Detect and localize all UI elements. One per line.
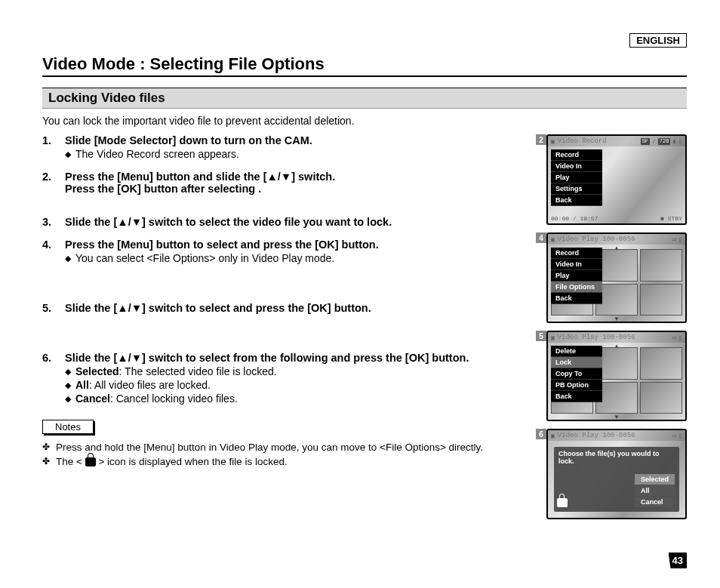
lock-icon: [557, 498, 568, 507]
menu-item: Video In: [551, 259, 602, 270]
screen6-dialog: Choose the file(s) you would to lock. Se…: [554, 447, 679, 512]
figure-6: 6 ▣ Video Play 100-0056 ▭▯ Choose the fi…: [546, 429, 687, 519]
figure-badge-4: 4: [536, 232, 546, 243]
step-head: Slide the [▲/▼] switch to select the vid…: [65, 216, 525, 228]
card-icon: ▭: [672, 334, 676, 341]
screen2-topbar: ▣ Video Record SF / 720 ▮ ▯: [548, 136, 685, 146]
slash: /: [652, 138, 656, 145]
step-1: Slide [Mode Selector] down to turn on th…: [42, 134, 525, 160]
menu-item: Back: [551, 195, 602, 206]
dialog-option: All: [635, 485, 675, 496]
menu-item: Record: [551, 149, 602, 161]
screen4-menu: RecordVideo InPlayFile OptionsBack: [551, 248, 602, 304]
battery-icon: ▯: [678, 334, 682, 341]
menu-item: Back: [551, 391, 602, 402]
figure-2: 2 ▣ Video Record SF / 720 ▮ ▯ RecordVide…: [546, 134, 687, 225]
notes-list: Press and hold the [Menu] button in Vide…: [42, 442, 525, 467]
notes-heading: Notes: [42, 420, 94, 434]
sf-badge: SF: [641, 138, 650, 145]
dialog-text: Choose the file(s) you would to lock.: [558, 450, 675, 465]
figure-4: 4 ▣ Video Play 100-0056 ▭▯ ▲ RecordVideo…: [546, 232, 687, 323]
signal-icon: ▮: [672, 138, 676, 145]
steps-list: Slide [Mode Selector] down to turn on th…: [42, 134, 525, 405]
screen2-status: STBY: [668, 215, 682, 222]
dialog-option: Cancel: [635, 497, 675, 507]
step-head: Slide the [▲/▼] switch to select from th…: [65, 352, 525, 364]
step-sub: All: All video files are locked.: [65, 379, 525, 391]
step-sub: You can select <File Options> only in Vi…: [65, 252, 525, 264]
figure-5: 5 ▣ Video Play 100-0056 ▭▯ ▲ DeleteLockC…: [546, 331, 687, 421]
menu-item: Delete: [551, 346, 602, 357]
screen2-title: Video Record: [558, 137, 607, 145]
menu-item: Settings: [551, 183, 602, 195]
step-sub: Cancel: Cancel locking video files.: [65, 393, 525, 405]
step-sub: The Video Record screen appears.: [65, 148, 525, 160]
page-title: Video Mode : Selecting File Options: [42, 54, 687, 77]
battery-icon: ▯: [678, 433, 682, 439]
step-head: Slide the [▲/▼] switch to select and pre…: [65, 302, 525, 314]
intro-text: You can lock the important video file to…: [42, 115, 687, 127]
screen6-topbar: ▣ Video Play 100-0056 ▭▯: [548, 430, 685, 441]
screen5-menu: DeleteLockCopy ToPB OptionBack: [551, 346, 602, 402]
menu-item: PB Option: [551, 380, 602, 391]
menu-item: File Options: [551, 282, 602, 293]
section-heading: Locking Video files: [42, 88, 687, 109]
screen5-topbar: ▣ Video Play 100-0056 ▭▯: [548, 332, 685, 343]
note-item: Press and hold the [Menu] button in Vide…: [42, 442, 525, 453]
menu-item: Video In: [551, 161, 602, 172]
menu-item: Copy To: [551, 368, 602, 380]
camera-icon: ▣: [551, 433, 555, 439]
step-head: Press the [Menu] button to select and pr…: [65, 239, 525, 251]
screen2-timebar: 00:00 / 10:57 ■ STBY: [551, 215, 682, 222]
camera-icon: ▣: [551, 138, 555, 145]
res-badge: 720: [658, 138, 671, 145]
battery-icon: ▯: [678, 236, 682, 243]
steps-column: Slide [Mode Selector] down to turn on th…: [42, 134, 525, 527]
step-head: Slide [Mode Selector] down to turn on th…: [65, 134, 525, 146]
down-arrow-icon: ▼: [614, 316, 620, 322]
screen2-time: 00:00 / 10:57: [551, 215, 598, 222]
step-sub: Selected: The selected video file is loc…: [65, 365, 525, 377]
screen2-menu: RecordVideo InPlaySettingsBack: [551, 149, 602, 206]
card-icon: ▭: [672, 236, 676, 243]
step-4: Press the [Menu] button to select and pr…: [42, 239, 525, 264]
camera-icon: ▣: [551, 236, 555, 243]
stop-icon: ■ STBY: [660, 215, 682, 222]
screen4-title: Video Play 100-0056: [558, 236, 635, 243]
battery-icon: ▯: [678, 138, 682, 145]
step-6: Slide the [▲/▼] switch to select from th…: [42, 352, 525, 405]
menu-item: Back: [551, 293, 602, 304]
figure-badge-5: 5: [536, 331, 546, 341]
note-item: The < > icon is displayed when the file …: [42, 456, 525, 467]
camera-icon: ▣: [551, 334, 555, 341]
page-number: 43: [669, 553, 687, 568]
step-2: Press the [Menu] button and slide the [▲…: [42, 171, 525, 195]
language-label: ENGLISH: [629, 33, 687, 48]
step-5: Slide the [▲/▼] switch to select and pre…: [42, 302, 525, 314]
card-icon: ▭: [672, 433, 676, 439]
figure-badge-2: 2: [536, 134, 546, 145]
menu-item: Lock: [551, 357, 602, 368]
step-head: Press the [Menu] button and slide the [▲…: [65, 171, 525, 195]
screen5-title: Video Play 100-0056: [558, 334, 635, 341]
screen6-title: Video Play 100-0056: [558, 432, 635, 439]
dialog-option: Selected: [635, 474, 675, 485]
step-3: Slide the [▲/▼] switch to select the vid…: [42, 216, 525, 228]
menu-item: Record: [551, 248, 602, 259]
menu-item: Play: [551, 270, 602, 282]
down-arrow-icon: ▼: [614, 414, 620, 420]
dialog-options: SelectedAllCancel: [635, 473, 675, 507]
figure-badge-6: 6: [536, 429, 546, 439]
lock-icon: [85, 457, 96, 466]
screen4-topbar: ▣ Video Play 100-0056 ▭▯: [548, 234, 685, 245]
figures-column: 2 ▣ Video Record SF / 720 ▮ ▯ RecordVide…: [536, 134, 687, 527]
menu-item: Play: [551, 172, 602, 183]
